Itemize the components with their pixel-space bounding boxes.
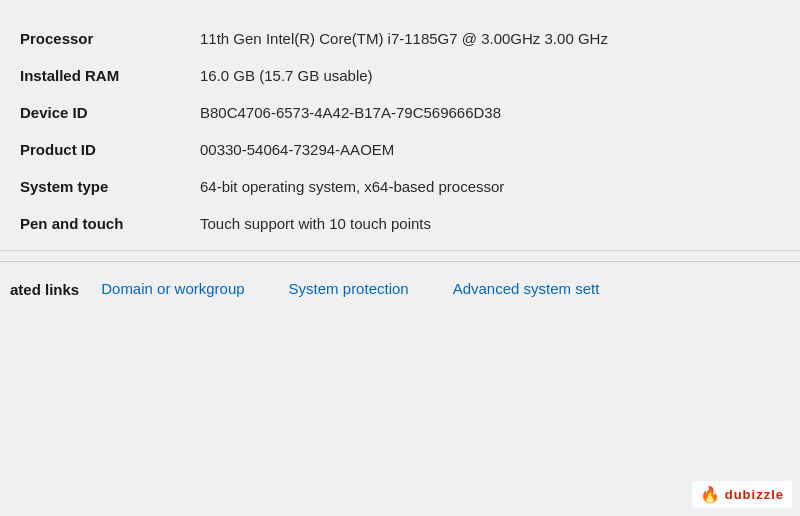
spec-label: Product ID (0, 131, 180, 168)
table-row: Installed RAM16.0 GB (15.7 GB usable) (0, 57, 800, 94)
spec-value: 64-bit operating system, x64-based proce… (180, 168, 800, 205)
bottom-link-item[interactable]: System protection (267, 280, 431, 297)
main-content: Processor11th Gen Intel(R) Core(TM) i7-1… (0, 0, 800, 316)
table-row: Product ID00330-54064-73294-AAOEM (0, 131, 800, 168)
watermark-text: dubizzle (725, 487, 784, 502)
spec-value: 00330-54064-73294-AAOEM (180, 131, 800, 168)
spec-value: B80C4706-6573-4A42-B17A-79C569666D38 (180, 94, 800, 131)
spec-label: System type (0, 168, 180, 205)
spec-label: Installed RAM (0, 57, 180, 94)
spec-label: Pen and touch (0, 205, 180, 242)
table-row: System type64-bit operating system, x64-… (0, 168, 800, 205)
spec-value: Touch support with 10 touch points (180, 205, 800, 242)
specs-table: Processor11th Gen Intel(R) Core(TM) i7-1… (0, 20, 800, 242)
table-row: Device IDB80C4706-6573-4A42-B17A-79C5696… (0, 94, 800, 131)
bottom-link-item[interactable]: Domain or workgroup (79, 280, 266, 297)
bottom-link-item[interactable]: Advanced system sett (431, 280, 622, 297)
related-links-label: ated links (0, 281, 79, 298)
table-row: Pen and touchTouch support with 10 touch… (0, 205, 800, 242)
spec-label: Device ID (0, 94, 180, 131)
spec-label: Processor (0, 20, 180, 57)
bottom-links-bar: ated links Domain or workgroupSystem pro… (0, 261, 800, 316)
watermark: 🔥 dubizzle (692, 481, 792, 508)
watermark-flame: 🔥 (700, 485, 721, 504)
divider (0, 250, 800, 251)
spec-value: 11th Gen Intel(R) Core(TM) i7-1185G7 @ 3… (180, 20, 800, 57)
table-row: Processor11th Gen Intel(R) Core(TM) i7-1… (0, 20, 800, 57)
spec-value: 16.0 GB (15.7 GB usable) (180, 57, 800, 94)
